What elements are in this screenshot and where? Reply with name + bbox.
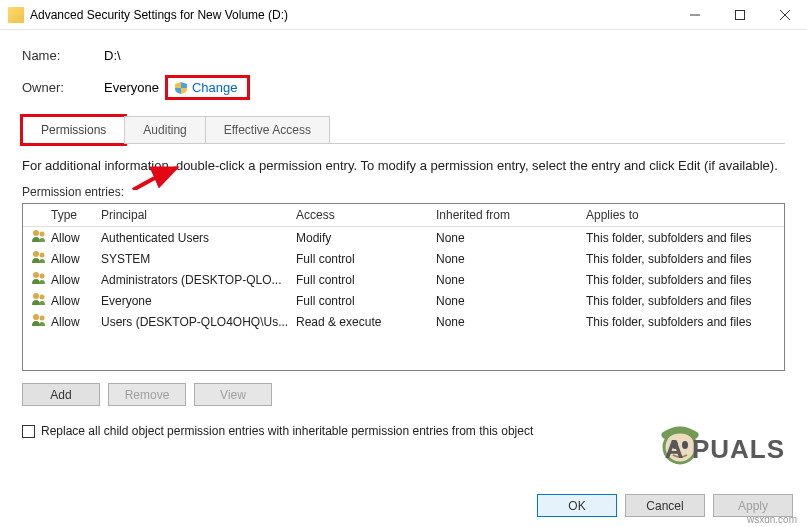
name-value: D:\: [104, 48, 121, 63]
cell-type: Allow: [51, 273, 101, 287]
cell-applies: This folder, subfolders and files: [586, 294, 784, 308]
cell-inherited: None: [436, 273, 586, 287]
cell-applies: This folder, subfolders and files: [586, 231, 784, 245]
table-row[interactable]: AllowUsers (DESKTOP-QLO4OHQ\Us...Read & …: [23, 311, 784, 332]
tabs: Permissions Auditing Effective Access: [22, 116, 785, 144]
owner-label: Owner:: [22, 80, 104, 95]
owner-value: Everyone: [104, 80, 159, 95]
remove-button[interactable]: Remove: [108, 383, 186, 406]
ok-button[interactable]: OK: [537, 494, 617, 517]
svg-point-8: [33, 272, 39, 278]
name-label: Name:: [22, 48, 104, 63]
users-icon: [31, 271, 47, 285]
tab-auditing[interactable]: Auditing: [124, 116, 205, 144]
apply-button[interactable]: Apply: [713, 494, 793, 517]
owner-row: Owner: Everyone Change: [22, 75, 785, 100]
users-icon: [31, 250, 47, 264]
cell-access: Read & execute: [296, 315, 436, 329]
cell-type: Allow: [51, 252, 101, 266]
cell-principal: Everyone: [101, 294, 296, 308]
table-row[interactable]: AllowAuthenticated UsersModifyNoneThis f…: [23, 227, 784, 248]
table-body: AllowAuthenticated UsersModifyNoneThis f…: [23, 227, 784, 332]
cell-principal: Administrators (DESKTOP-QLO...: [101, 273, 296, 287]
svg-rect-1: [735, 10, 744, 19]
replace-checkbox-label: Replace all child object permission entr…: [41, 424, 533, 438]
cell-principal: SYSTEM: [101, 252, 296, 266]
svg-point-4: [33, 230, 39, 236]
annotation-arrow-icon: [128, 166, 188, 190]
users-icon: [31, 292, 47, 306]
add-button[interactable]: Add: [22, 383, 100, 406]
cell-applies: This folder, subfolders and files: [586, 273, 784, 287]
svg-point-13: [40, 316, 45, 321]
cell-inherited: None: [436, 315, 586, 329]
svg-point-11: [40, 295, 45, 300]
cell-inherited: None: [436, 294, 586, 308]
cell-principal: Authenticated Users: [101, 231, 296, 245]
change-owner-link[interactable]: Change: [192, 80, 238, 95]
users-icon: [31, 313, 47, 327]
col-applies[interactable]: Applies to: [586, 208, 784, 222]
svg-point-7: [40, 253, 45, 258]
cell-access: Full control: [296, 273, 436, 287]
col-icon: [31, 208, 51, 222]
svg-point-12: [33, 314, 39, 320]
tab-effective-access[interactable]: Effective Access: [205, 116, 330, 144]
folder-icon: [8, 7, 24, 23]
table-row[interactable]: AllowEveryoneFull controlNoneThis folder…: [23, 290, 784, 311]
col-type[interactable]: Type: [51, 208, 101, 222]
titlebar: Advanced Security Settings for New Volum…: [0, 0, 807, 30]
name-row: Name: D:\: [22, 48, 785, 63]
col-principal[interactable]: Principal: [101, 208, 296, 222]
maximize-button[interactable]: [717, 0, 762, 30]
cell-type: Allow: [51, 315, 101, 329]
col-inherited[interactable]: Inherited from: [436, 208, 586, 222]
svg-point-10: [33, 293, 39, 299]
cell-access: Modify: [296, 231, 436, 245]
table-row[interactable]: AllowAdministrators (DESKTOP-QLO...Full …: [23, 269, 784, 290]
col-access[interactable]: Access: [296, 208, 436, 222]
cell-inherited: None: [436, 252, 586, 266]
minimize-button[interactable]: [672, 0, 717, 30]
svg-point-5: [40, 232, 45, 237]
entry-buttons: Add Remove View: [22, 383, 785, 406]
dialog-buttons: OK Cancel Apply: [537, 494, 793, 517]
cell-applies: This folder, subfolders and files: [586, 252, 784, 266]
svg-point-6: [33, 251, 39, 257]
cancel-button[interactable]: Cancel: [625, 494, 705, 517]
cell-inherited: None: [436, 231, 586, 245]
replace-checkbox[interactable]: [22, 425, 35, 438]
cell-type: Allow: [51, 231, 101, 245]
cell-applies: This folder, subfolders and files: [586, 315, 784, 329]
cell-type: Allow: [51, 294, 101, 308]
permission-entries-table: Type Principal Access Inherited from App…: [22, 203, 785, 371]
cell-principal: Users (DESKTOP-QLO4OHQ\Us...: [101, 315, 296, 329]
cell-access: Full control: [296, 252, 436, 266]
table-header: Type Principal Access Inherited from App…: [23, 204, 784, 227]
cell-access: Full control: [296, 294, 436, 308]
table-row[interactable]: AllowSYSTEMFull controlNoneThis folder, …: [23, 248, 784, 269]
view-button[interactable]: View: [194, 383, 272, 406]
window-title: Advanced Security Settings for New Volum…: [30, 8, 672, 22]
tab-permissions[interactable]: Permissions: [22, 116, 125, 144]
svg-point-9: [40, 274, 45, 279]
shield-icon: [174, 81, 188, 95]
watermark-text: A PUALS: [665, 434, 785, 465]
close-button[interactable]: [762, 0, 807, 30]
dialog-content: Name: D:\ Owner: Everyone Change Permiss…: [0, 30, 807, 446]
change-owner-wrap: Change: [165, 75, 251, 100]
users-icon: [31, 229, 47, 243]
